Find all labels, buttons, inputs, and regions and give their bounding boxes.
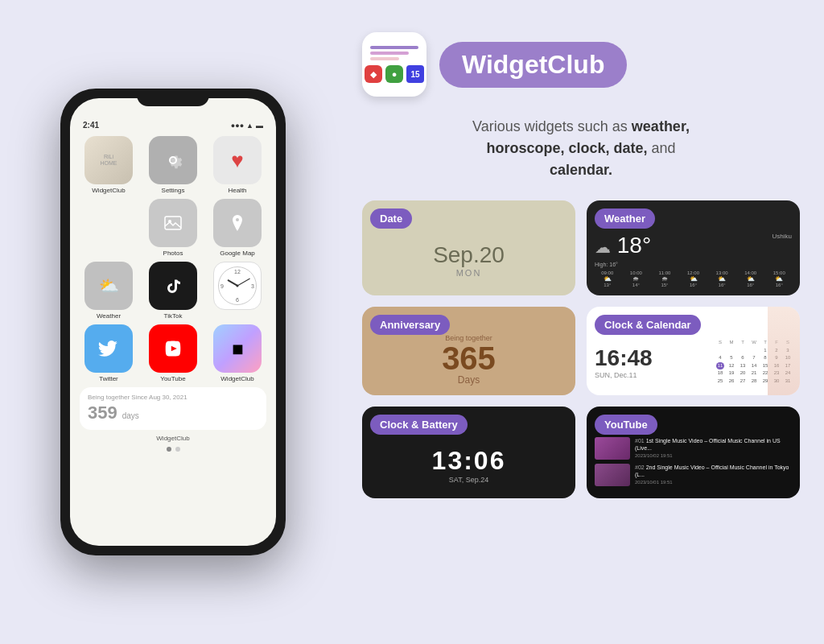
stripe-1 [370,46,418,49]
app-item-twitter[interactable]: Twitter [80,324,138,382]
app-item-settings[interactable]: Settings [144,136,202,194]
app-item-tiktok[interactable]: TikTok [144,262,202,320]
status-icons: ●●● ▲ ▬ [231,122,263,130]
logo-icon-red: ◆ [365,65,382,83]
app-row-4: Twitter YouTube ◼ [80,324,266,382]
clock-face: 12 3 6 9 [218,266,257,305]
clock-batt-date: SAT, Sep.24 [432,476,506,484]
right-section: ◆ ● 15 WidgetClub Various widgets such a… [346,0,824,644]
app-label-youtube: YouTube [160,375,185,382]
yt-thumb-2 [595,464,630,486]
app-label-widgetclub: WidgetClub [92,187,125,194]
clock-center [237,285,239,287]
clock-battery-widget-card[interactable]: Clock & Battery 13:06 SAT, Sep.24 [362,407,575,498]
app-item-widgetclub2[interactable]: ◼ WidgetClub [208,324,266,382]
wifi-icon: ▲ [246,122,253,130]
app-row-2: Photos Google Map [80,199,266,257]
widget-app-label: WidgetClub [80,435,266,442]
clock-6: 6 [236,297,239,303]
stripe-2 [370,52,409,55]
stripe-3 [370,57,399,60]
app-icon-clock: 12 3 6 9 [213,262,262,310]
anniversary-widget-card[interactable]: Anniversary Being together 365 Days [362,307,575,395]
app-label-twitter: Twitter [99,375,118,382]
weather-hour-6: 14:00 ⛅ 16° [738,270,764,287]
widget-title: Being together Since Aug 30, 2021 [88,394,258,401]
date-display: Sep.20 MON [433,218,505,278]
date-label-badge: Date [370,208,412,229]
widget-grid: Date Sep.20 MON Weather ☁ 18° Ushiku [362,200,800,498]
app-icon-twitter [84,324,133,373]
yt-video-2: #02 2nd Single Music Video – Official Mu… [595,464,792,486]
weather-high: High: 16° [595,262,792,267]
app-item-photos[interactable]: Photos [144,199,202,257]
weather-hour-7: 15:00 ⛅ 16° [766,270,792,287]
yt-video-1: #01 1st Single Music Video – Official Mu… [595,437,792,460]
app-row-3: ⛅ Weather TikTok [80,262,266,320]
tagline-prefix: Various widgets such as [472,118,632,134]
title-badge: WidgetClub [439,42,627,88]
dot-1 [167,447,171,452]
yt-info-1: #01 1st Single Music Video – Official Mu… [635,437,792,458]
page-dots [80,447,266,452]
weather-hour-4: 12:00 ⛅ 16° [681,270,707,287]
phone-outer: 2:41 ●●● ▲ ▬ RiLiHOME [60,89,286,555]
clock-3: 3 [251,283,254,289]
weather-hours-row: 09:00 ⛅ 13° 10:00 🌧 14° 11:00 🌧 15° [595,270,792,287]
weather-temp-display: ☁ 18° [595,233,651,258]
app-label-settings: Settings [162,187,185,194]
clock-cal-time: 16:48 [595,345,653,371]
weather-temp: ☁ 18° [595,233,651,258]
anniversary-label-badge: Anniversary [370,315,450,335]
app-logo: ◆ ● 15 [362,32,426,97]
anniv-days: Days [442,374,496,386]
app-item-empty [80,199,138,257]
app-label-photos: Photos [163,250,183,257]
app-icon-settings [149,136,197,184]
weather-hour-5: 13:00 ⛅ 16° [709,270,735,287]
tagline: Various widgets such as weather, horosco… [362,116,800,181]
clock-cal-left: 16:48 SUN, Dec.11 [595,345,653,379]
app-icon-widgetclub: RiLiHOME [84,136,133,184]
app-icon-health: ♥ [213,136,262,184]
logo-icon-blue: 15 [406,65,424,83]
yt-title-1: #01 1st Single Music Video – Official Mu… [635,437,792,452]
widget-days-label: days [122,411,139,420]
app-item-widgetclub[interactable]: RiLiHOME WidgetClub [80,136,138,194]
widget-days-number: 359 [88,402,117,423]
yt-title-2: #02 2nd Single Music Video – Official Mu… [635,464,792,478]
date-text: Sep.20 [433,242,505,268]
app-item-health[interactable]: ♥ Health [208,136,266,194]
youtube-widget-card[interactable]: YouTube #01 1st Single Music Video – Off… [587,407,800,498]
signal-icon: ●●● [231,122,244,130]
app-icon-weather: ⛅ [84,262,133,310]
phone-notch [137,89,209,106]
battery-icon: ▬ [256,122,263,130]
header: ◆ ● 15 WidgetClub [362,32,800,97]
app-label-weather: Weather [97,312,121,320]
app-item-googlemap[interactable]: Google Map [208,199,266,257]
clock-batt-time: 13:06 [432,446,506,476]
phone-section: 2:41 ●●● ▲ ▬ RiLiHOME [0,0,346,644]
yt-date-2: 2023/10/01 19:51 [635,480,792,485]
date-day: MON [433,268,505,278]
app-label-widgetclub2: WidgetClub [220,375,253,382]
app-item-youtube[interactable]: YouTube [144,324,202,382]
app-item-clock[interactable]: 12 3 6 9 [208,262,266,320]
clock-9: 9 [220,283,224,289]
app-icon-photos [149,199,197,247]
weather-city: Ushiku [772,233,792,240]
youtube-label-badge: YouTube [595,415,657,435]
logo-inner: ◆ ● 15 [362,32,426,97]
anniv-inner: Being together 365 Days [442,308,496,394]
phone-screen: 2:41 ●●● ▲ ▬ RiLiHOME [70,98,276,546]
weather-hour-3: 11:00 🌧 15° [652,270,678,287]
app-item-weather[interactable]: ⛅ Weather [80,262,138,320]
weather-label-badge: Weather [595,208,655,229]
logo-stripes [370,46,418,60]
yt-thumb-img-2 [595,464,630,486]
tagline-bold1: weather, [632,118,690,134]
weather-widget-card[interactable]: Weather ☁ 18° Ushiku High: 16° 09:00 ⛅ [587,200,800,295]
clock-calendar-widget-card[interactable]: Clock & Calendar 16:48 SUN, Dec.11 S M T… [587,307,800,395]
date-widget-card[interactable]: Date Sep.20 MON [362,200,575,295]
